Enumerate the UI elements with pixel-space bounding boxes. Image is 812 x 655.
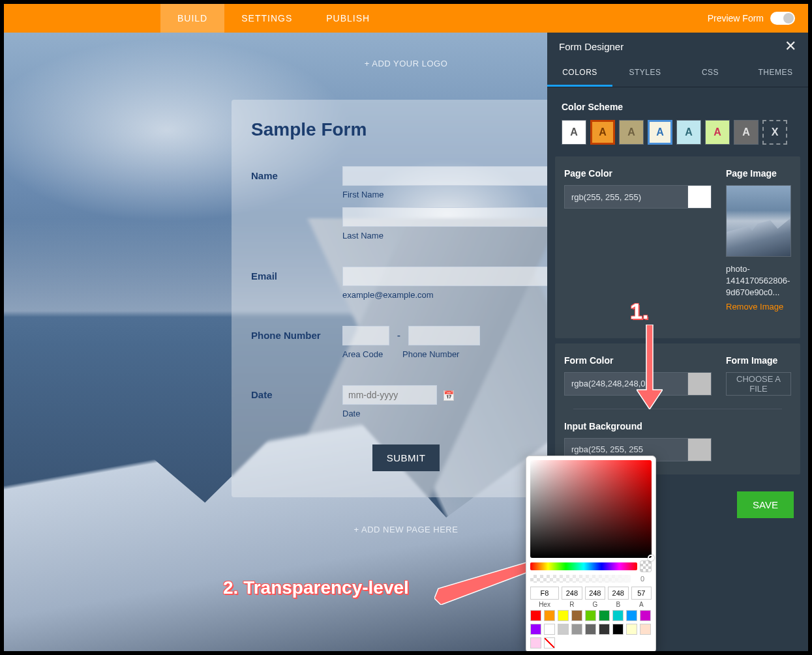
alpha-slider[interactable] <box>530 575 631 583</box>
preset-swatch-17[interactable] <box>640 624 651 635</box>
choose-file-button[interactable]: CHOOSE A FILE <box>726 372 791 396</box>
color-scheme-swatch-5[interactable]: A <box>705 120 730 145</box>
preset-swatch-16[interactable] <box>626 624 637 635</box>
designer-tab-css[interactable]: CSS <box>678 60 743 87</box>
preset-swatches <box>530 610 652 648</box>
picker-saturation-area[interactable] <box>530 460 652 558</box>
b-label: B <box>608 601 628 608</box>
color-scheme-swatch-4[interactable]: A <box>676 120 701 145</box>
alpha-value: 0 <box>633 575 652 583</box>
phone-dash: - <box>392 330 405 342</box>
color-scheme-swatch-3[interactable]: A <box>648 120 672 145</box>
email-label: Email <box>251 267 342 308</box>
preset-swatch-14[interactable] <box>599 624 610 635</box>
input-bg-label: Input Background <box>564 421 712 431</box>
color-scheme-swatch-0[interactable]: A <box>562 120 586 145</box>
email-input[interactable] <box>342 267 561 286</box>
first-name-input[interactable] <box>342 166 561 186</box>
preset-swatch-8[interactable] <box>640 610 651 621</box>
preview-label: Preview Form <box>708 13 764 23</box>
top-navbar: BUILD SETTINGS PUBLISH Preview Form <box>4 4 808 33</box>
picker-handle[interactable] <box>648 555 654 561</box>
last-name-sublabel: Last Name <box>342 231 561 240</box>
submit-button[interactable]: SUBMIT <box>372 444 440 471</box>
field-email: Email example@example.com <box>251 267 561 308</box>
page-color-label: Page Color <box>564 168 712 179</box>
preset-swatch-19[interactable] <box>544 637 555 648</box>
hex-label: Hex <box>530 601 559 608</box>
phone-number-sublabel: Phone Number <box>402 349 459 359</box>
a-input[interactable] <box>631 587 652 600</box>
preset-swatch-7[interactable] <box>626 610 637 621</box>
r-input[interactable] <box>562 587 582 600</box>
preset-swatch-11[interactable] <box>558 624 569 635</box>
a-label: A <box>631 601 652 608</box>
hue-slider[interactable] <box>530 562 637 570</box>
preset-swatch-4[interactable] <box>585 610 596 621</box>
color-scheme-swatch-7[interactable]: X <box>762 120 787 145</box>
date-sublabel: Date <box>342 409 561 418</box>
form-title[interactable]: Sample Form <box>251 119 561 140</box>
tab-settings[interactable]: SETTINGS <box>224 4 309 33</box>
g-label: G <box>585 601 605 608</box>
field-date: Date 📅 Date <box>251 385 561 426</box>
b-input[interactable] <box>608 587 628 600</box>
g-input[interactable] <box>585 587 605 600</box>
page-image-thumbnail[interactable] <box>726 185 791 257</box>
tab-publish[interactable]: PUBLISH <box>309 4 387 33</box>
phone-label: Phone Number <box>251 326 342 367</box>
preset-swatch-13[interactable] <box>585 624 596 635</box>
form-color-chip[interactable] <box>688 372 712 396</box>
remove-image-link[interactable]: Remove Image <box>726 302 783 312</box>
field-name: Name First Name Last Name <box>251 166 561 248</box>
area-code-input[interactable] <box>342 326 389 345</box>
last-name-input[interactable] <box>342 207 561 227</box>
page-image-label: Page Image <box>726 168 791 179</box>
color-scheme-swatch-6[interactable]: A <box>734 120 759 145</box>
designer-tab-colors[interactable]: COLORS <box>547 60 612 87</box>
designer-tab-themes[interactable]: THEMES <box>743 60 808 87</box>
tab-build[interactable]: BUILD <box>160 4 224 33</box>
area-code-sublabel: Area Code <box>342 349 402 359</box>
preset-swatch-15[interactable] <box>612 624 624 635</box>
page-image-filename: photo-1414170562806-9d670e90c0... <box>726 263 791 299</box>
preset-swatch-0[interactable] <box>530 610 541 621</box>
preset-swatch-3[interactable] <box>571 610 582 621</box>
field-phone: Phone Number - Area Code Phone Number <box>251 326 561 367</box>
first-name-sublabel: First Name <box>342 190 561 199</box>
date-label: Date <box>251 385 342 426</box>
designer-tab-styles[interactable]: STYLES <box>612 60 678 87</box>
preview-toggle[interactable] <box>770 12 795 25</box>
current-color-chip <box>640 560 652 572</box>
preset-swatch-6[interactable] <box>612 610 624 621</box>
color-picker-popup: 0 Hex R G B A <box>526 456 656 651</box>
form-image-label: Form Image <box>726 355 791 366</box>
preset-swatch-9[interactable] <box>530 624 541 635</box>
email-sublabel: example@example.com <box>342 290 561 300</box>
preset-swatch-1[interactable] <box>544 610 555 621</box>
form-color-input[interactable] <box>564 372 688 396</box>
color-scheme-swatch-1[interactable]: A <box>590 120 615 145</box>
page-color-chip[interactable] <box>688 185 712 209</box>
page-color-input[interactable] <box>564 185 688 209</box>
preset-swatch-5[interactable] <box>599 610 610 621</box>
preset-swatch-2[interactable] <box>558 610 569 621</box>
color-scheme-swatch-2[interactable]: A <box>619 120 644 145</box>
designer-title: Form Designer <box>559 41 624 52</box>
arrow-1-icon <box>637 325 663 412</box>
preset-swatch-18[interactable] <box>530 637 541 648</box>
color-scheme-swatches: AAAAAAAX <box>562 120 794 145</box>
phone-number-input[interactable] <box>408 326 480 345</box>
close-icon[interactable]: ✕ <box>785 38 796 55</box>
r-label: R <box>562 601 582 608</box>
preset-swatch-12[interactable] <box>571 624 582 635</box>
date-input[interactable] <box>342 385 437 405</box>
form-card[interactable]: Sample Form Name First Name Last Name Em… <box>232 100 580 497</box>
save-button[interactable]: SAVE <box>737 491 794 518</box>
color-scheme-label: Color Scheme <box>562 102 794 112</box>
hex-input[interactable] <box>530 587 559 600</box>
name-label: Name <box>251 166 342 248</box>
preset-swatch-10[interactable] <box>544 624 555 635</box>
input-bg-chip[interactable] <box>688 438 712 461</box>
calendar-icon[interactable]: 📅 <box>444 390 454 401</box>
